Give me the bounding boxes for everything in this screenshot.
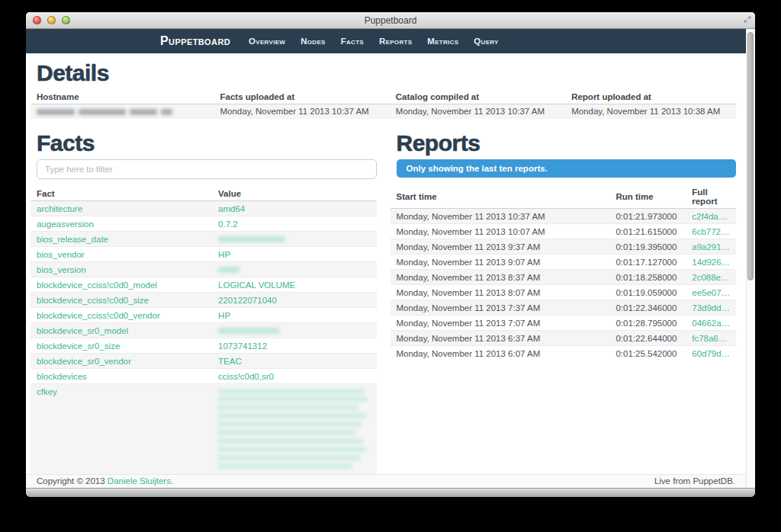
live-from-puppetdb-text: Live from PuppetDB.	[654, 476, 735, 486]
redacted-value	[218, 328, 279, 334]
nav-item-reports: Reports	[371, 37, 419, 46]
redacted-value	[218, 267, 239, 273]
fact-value-link[interactable]: LOGICAL VOLUME	[218, 280, 295, 290]
fact-value-link[interactable]: TEAC	[218, 357, 242, 366]
report-hash-cell: 04662a…	[686, 316, 736, 331]
facts-table: Fact Value architectureamd64augeasversio…	[31, 187, 377, 474]
report-row: Monday, November 11 2013 6:37 AM0:01:22.…	[390, 331, 737, 346]
report-hash-cell: 6cb772…	[686, 224, 736, 239]
fact-name-cell: blockdevice_sr0_vendor	[31, 354, 212, 369]
details-header-row: Hostname Facts uploaded at Catalog compi…	[31, 90, 736, 104]
fact-name-cell: blockdevice_cciss!c0d0_vendor	[31, 308, 212, 323]
fact-name-link[interactable]: blockdevice_cciss!c0d0_vendor	[37, 311, 160, 320]
redacted-line	[218, 413, 365, 418]
fact-name-link[interactable]: architecture	[37, 204, 82, 213]
redacted-line	[218, 396, 367, 402]
fact-value-cell: HP	[212, 247, 376, 262]
fact-name-link[interactable]: blockdevice_cciss!c0d0_size	[37, 296, 149, 305]
report-row: Monday, November 11 2013 7:37 AM0:01:22.…	[390, 300, 737, 316]
report-start-time: Monday, November 11 2013 9:07 AM	[390, 255, 610, 270]
report-hash-cell: ee5e07…	[686, 285, 736, 300]
fact-row: blockdevice_cciss!c0d0_size220122071040	[31, 293, 377, 308]
fact-value-link[interactable]: 1073741312	[218, 341, 267, 351]
fact-value-link[interactable]: HP	[218, 311, 230, 320]
reports-col-start-time: Start time	[390, 185, 610, 209]
fact-name-link[interactable]: blockdevice_sr0_model	[37, 326, 128, 335]
copyright-text: Copyright © 2013 Daniele Sluijters.	[37, 476, 173, 486]
fact-name-link[interactable]: bios_release_date	[37, 235, 108, 244]
fact-value-link[interactable]: 220122071040	[218, 296, 277, 305]
full-report-link[interactable]: c2f4da…	[692, 212, 727, 221]
fact-value-link[interactable]: HP	[218, 250, 230, 259]
nav-link-query[interactable]: Query	[466, 37, 506, 46]
navbar-menu: OverviewNodesFactsReportsMetricsQuery	[241, 37, 506, 46]
fact-name-link[interactable]: bios_version	[37, 265, 86, 274]
fact-row: blockdevice_sr0_size1073741312	[31, 338, 377, 354]
fact-name-link[interactable]: bios_vendor	[37, 250, 85, 259]
full-report-link[interactable]: a9a291…	[692, 242, 730, 252]
facts-section: Facts Fact Value architectureamd64augeas…	[31, 128, 377, 474]
fact-value-cell	[212, 232, 376, 247]
fact-name-link[interactable]: cfkey	[37, 387, 57, 396]
redacted-line	[218, 438, 362, 444]
full-report-link[interactable]: 04662a…	[692, 319, 730, 328]
fact-value-link[interactable]: amd64	[218, 204, 245, 213]
full-report-link[interactable]: 60d79d…	[692, 349, 730, 358]
nav-link-overview[interactable]: Overview	[241, 37, 293, 46]
full-report-link[interactable]: ee5e07…	[692, 288, 730, 297]
nav-link-reports[interactable]: Reports	[371, 37, 419, 46]
report-row: Monday, November 11 2013 9:37 AM0:01:19.…	[390, 239, 737, 255]
author-link[interactable]: Daniele Sluijters	[108, 476, 171, 486]
redacted-hostname	[37, 109, 75, 115]
report-hash-cell: a9a291…	[686, 239, 736, 255]
nav-link-nodes[interactable]: Nodes	[293, 37, 333, 46]
fact-value-cell: cciss!c0d0,sr0	[212, 369, 376, 384]
fact-name-cell: blockdevice_cciss!c0d0_model	[31, 277, 212, 293]
fullscreen-icon[interactable]: ⤢	[744, 14, 750, 24]
fact-name-cell: bios_version	[31, 262, 212, 277]
nav-link-facts[interactable]: Facts	[333, 37, 371, 46]
app-window: Puppetboard ⤢ Puppetboard OverviewNodesF…	[26, 12, 755, 497]
redacted-line	[218, 389, 364, 394]
fact-name-link[interactable]: augeasversion	[37, 220, 94, 229]
report-start-time: Monday, November 11 2013 7:07 AM	[390, 316, 610, 331]
details-col-catalog-compiled: Catalog compiled at	[390, 90, 565, 104]
fact-value-link[interactable]: 0.7.2	[218, 220, 238, 229]
full-report-link[interactable]: 6cb772…	[692, 227, 729, 236]
redacted-line	[218, 430, 355, 435]
report-start-time: Monday, November 11 2013 6:37 AM	[390, 331, 610, 346]
fact-name-link[interactable]: blockdevices	[37, 372, 87, 381]
full-report-link[interactable]: 73d9dd…	[692, 303, 730, 312]
scrollbar-thumb[interactable]	[747, 32, 754, 280]
fact-name-cell: blockdevice_cciss!c0d0_size	[31, 293, 212, 308]
facts-col-value: Value	[212, 187, 376, 201]
report-run-time: 0:01:21.615000	[609, 224, 686, 239]
report-hash-cell: 14d926…	[686, 255, 736, 270]
fact-value-link[interactable]: cciss!c0d0,sr0	[218, 372, 274, 381]
redacted-line	[218, 463, 352, 469]
report-start-time: Monday, November 11 2013 7:37 AM	[390, 300, 610, 316]
full-report-link[interactable]: fc78a6…	[692, 334, 727, 343]
reports-heading: Reports	[397, 131, 737, 155]
fact-row: augeasversion0.7.2	[31, 216, 377, 232]
fact-name-link[interactable]: blockdevice_cciss!c0d0_model	[37, 280, 157, 290]
full-report-link[interactable]: 2c088e…	[692, 273, 729, 282]
fact-name-link[interactable]: blockdevice_sr0_vendor	[37, 357, 131, 366]
redacted-hostname	[161, 109, 172, 115]
window-scrollbar[interactable]	[746, 29, 755, 488]
facts-filter-input[interactable]	[37, 159, 377, 179]
fact-name-link[interactable]: blockdevice_sr0_size	[37, 341, 120, 351]
reports-header-row: Start time Run time Full report	[390, 185, 737, 209]
reports-table: Start time Run time Full report Monday, …	[390, 185, 737, 361]
facts-reports-columns: Facts Fact Value architectureamd64augeas…	[31, 128, 736, 474]
fact-name-cell: blockdevice_sr0_model	[31, 323, 212, 338]
nav-link-metrics[interactable]: Metrics	[419, 37, 466, 46]
main-navbar: Puppetboard OverviewNodesFactsReportsMet…	[26, 29, 746, 53]
window-titlebar[interactable]: Puppetboard ⤢	[26, 12, 755, 29]
fact-value-cell	[212, 262, 376, 277]
hostname-cell	[31, 104, 214, 119]
fact-row: blockdevicescciss!c0d0,sr0	[31, 369, 377, 384]
navbar-brand[interactable]: Puppetboard	[160, 34, 230, 48]
report-row: Monday, November 11 2013 6:07 AM0:01:25.…	[390, 346, 737, 361]
full-report-link[interactable]: 14d926…	[692, 258, 730, 267]
